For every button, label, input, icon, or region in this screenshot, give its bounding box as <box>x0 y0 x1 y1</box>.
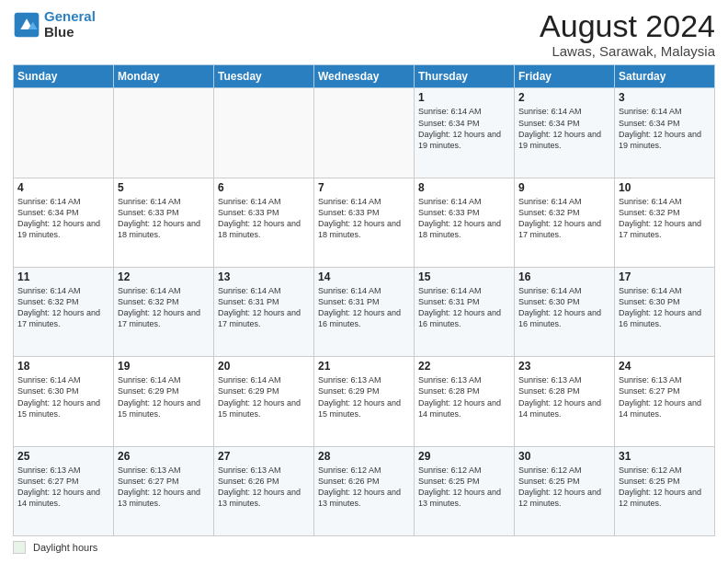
day-info: Sunrise: 6:14 AM Sunset: 6:34 PM Dayligh… <box>619 106 711 151</box>
daylight-box <box>13 541 26 554</box>
calendar-cell: 2Sunrise: 6:14 AM Sunset: 6:34 PM Daylig… <box>515 88 615 178</box>
logo-icon <box>13 11 40 39</box>
calendar-cell: 29Sunrise: 6:12 AM Sunset: 6:25 PM Dayli… <box>415 446 515 535</box>
day-info: Sunrise: 6:14 AM Sunset: 6:34 PM Dayligh… <box>518 106 610 151</box>
calendar-cell: 15Sunrise: 6:14 AM Sunset: 6:31 PM Dayli… <box>415 268 515 357</box>
day-number: 11 <box>17 270 109 283</box>
day-info: Sunrise: 6:13 AM Sunset: 6:27 PM Dayligh… <box>118 465 210 510</box>
day-number: 23 <box>518 360 610 373</box>
calendar-cell: 22Sunrise: 6:13 AM Sunset: 6:28 PM Dayli… <box>415 357 515 446</box>
daylight-label: Daylight hours <box>33 542 97 553</box>
calendar-week-row: 25Sunrise: 6:13 AM Sunset: 6:27 PM Dayli… <box>14 446 715 535</box>
day-number: 14 <box>318 270 410 283</box>
day-number: 20 <box>218 360 310 373</box>
day-info: Sunrise: 6:14 AM Sunset: 6:30 PM Dayligh… <box>619 285 711 330</box>
day-number: 2 <box>518 91 610 104</box>
day-info: Sunrise: 6:14 AM Sunset: 6:32 PM Dayligh… <box>17 285 109 330</box>
calendar-week-row: 4Sunrise: 6:14 AM Sunset: 6:34 PM Daylig… <box>14 178 715 267</box>
calendar-cell: 11Sunrise: 6:14 AM Sunset: 6:32 PM Dayli… <box>14 268 114 357</box>
footer: Daylight hours <box>13 541 715 554</box>
calendar-cell: 28Sunrise: 6:12 AM Sunset: 6:26 PM Dayli… <box>314 446 415 535</box>
calendar-cell: 6Sunrise: 6:14 AM Sunset: 6:33 PM Daylig… <box>214 178 314 267</box>
header: General Blue August 2024 Lawas, Sarawak,… <box>13 9 715 59</box>
day-number: 9 <box>518 181 610 194</box>
day-number: 26 <box>118 450 210 463</box>
calendar-cell: 3Sunrise: 6:14 AM Sunset: 6:34 PM Daylig… <box>615 88 715 178</box>
day-number: 1 <box>418 91 510 104</box>
calendar-cell: 26Sunrise: 6:13 AM Sunset: 6:27 PM Dayli… <box>114 446 214 535</box>
day-number: 6 <box>218 181 310 194</box>
day-number: 30 <box>518 450 610 463</box>
calendar-cell: 16Sunrise: 6:14 AM Sunset: 6:30 PM Dayli… <box>515 268 615 357</box>
day-number: 8 <box>418 181 510 194</box>
day-info: Sunrise: 6:14 AM Sunset: 6:32 PM Dayligh… <box>518 196 610 241</box>
day-number: 31 <box>619 450 711 463</box>
calendar-cell <box>14 88 114 178</box>
calendar-cell: 4Sunrise: 6:14 AM Sunset: 6:34 PM Daylig… <box>14 178 114 267</box>
day-number: 25 <box>17 450 109 463</box>
calendar-day-header: Monday <box>114 65 214 88</box>
day-info: Sunrise: 6:12 AM Sunset: 6:25 PM Dayligh… <box>619 465 711 510</box>
calendar-cell: 25Sunrise: 6:13 AM Sunset: 6:27 PM Dayli… <box>14 446 114 535</box>
calendar-cell: 7Sunrise: 6:14 AM Sunset: 6:33 PM Daylig… <box>314 178 415 267</box>
calendar-cell: 9Sunrise: 6:14 AM Sunset: 6:32 PM Daylig… <box>515 178 615 267</box>
calendar-cell: 24Sunrise: 6:13 AM Sunset: 6:27 PM Dayli… <box>615 357 715 446</box>
calendar-cell: 5Sunrise: 6:14 AM Sunset: 6:33 PM Daylig… <box>114 178 214 267</box>
day-number: 4 <box>17 181 109 194</box>
day-info: Sunrise: 6:14 AM Sunset: 6:33 PM Dayligh… <box>418 196 510 241</box>
calendar-day-header: Wednesday <box>314 65 415 88</box>
day-info: Sunrise: 6:14 AM Sunset: 6:31 PM Dayligh… <box>418 285 510 330</box>
day-info: Sunrise: 6:14 AM Sunset: 6:29 PM Dayligh… <box>218 374 310 419</box>
day-info: Sunrise: 6:14 AM Sunset: 6:32 PM Dayligh… <box>619 196 711 241</box>
day-number: 18 <box>17 360 109 373</box>
sub-title: Lawas, Sarawak, Malaysia <box>540 43 715 59</box>
day-info: Sunrise: 6:14 AM Sunset: 6:30 PM Dayligh… <box>17 374 109 419</box>
day-info: Sunrise: 6:14 AM Sunset: 6:33 PM Dayligh… <box>118 196 210 241</box>
day-info: Sunrise: 6:13 AM Sunset: 6:27 PM Dayligh… <box>619 374 711 419</box>
day-number: 5 <box>118 181 210 194</box>
calendar-cell: 21Sunrise: 6:13 AM Sunset: 6:29 PM Dayli… <box>314 357 415 446</box>
page: General Blue August 2024 Lawas, Sarawak,… <box>0 0 728 563</box>
day-info: Sunrise: 6:14 AM Sunset: 6:34 PM Dayligh… <box>17 196 109 241</box>
calendar-day-header: Friday <box>515 65 615 88</box>
calendar-day-header: Thursday <box>415 65 515 88</box>
day-number: 28 <box>318 450 410 463</box>
logo-line2: Blue <box>44 25 96 40</box>
calendar-cell: 20Sunrise: 6:14 AM Sunset: 6:29 PM Dayli… <box>214 357 314 446</box>
calendar-cell <box>114 88 214 178</box>
title-block: August 2024 Lawas, Sarawak, Malaysia <box>540 9 715 59</box>
day-info: Sunrise: 6:12 AM Sunset: 6:25 PM Dayligh… <box>418 465 510 510</box>
day-number: 7 <box>318 181 410 194</box>
calendar-day-header: Sunday <box>14 65 114 88</box>
day-info: Sunrise: 6:13 AM Sunset: 6:28 PM Dayligh… <box>518 374 610 419</box>
calendar-cell <box>214 88 314 178</box>
calendar-day-header: Saturday <box>615 65 715 88</box>
day-info: Sunrise: 6:14 AM Sunset: 6:31 PM Dayligh… <box>218 285 310 330</box>
calendar-header-row: SundayMondayTuesdayWednesdayThursdayFrid… <box>14 65 715 88</box>
day-info: Sunrise: 6:14 AM Sunset: 6:33 PM Dayligh… <box>318 196 410 241</box>
day-info: Sunrise: 6:14 AM Sunset: 6:31 PM Dayligh… <box>318 285 410 330</box>
calendar-week-row: 1Sunrise: 6:14 AM Sunset: 6:34 PM Daylig… <box>14 88 715 178</box>
day-info: Sunrise: 6:12 AM Sunset: 6:25 PM Dayligh… <box>518 465 610 510</box>
day-number: 27 <box>218 450 310 463</box>
calendar-day-header: Tuesday <box>214 65 314 88</box>
day-info: Sunrise: 6:13 AM Sunset: 6:29 PM Dayligh… <box>318 374 410 419</box>
calendar-cell: 13Sunrise: 6:14 AM Sunset: 6:31 PM Dayli… <box>214 268 314 357</box>
day-info: Sunrise: 6:13 AM Sunset: 6:26 PM Dayligh… <box>218 465 310 510</box>
day-info: Sunrise: 6:14 AM Sunset: 6:33 PM Dayligh… <box>218 196 310 241</box>
calendar-cell: 17Sunrise: 6:14 AM Sunset: 6:30 PM Dayli… <box>615 268 715 357</box>
day-number: 3 <box>619 91 711 104</box>
calendar-cell: 30Sunrise: 6:12 AM Sunset: 6:25 PM Dayli… <box>515 446 615 535</box>
calendar-cell: 19Sunrise: 6:14 AM Sunset: 6:29 PM Dayli… <box>114 357 214 446</box>
day-number: 16 <box>518 270 610 283</box>
day-number: 21 <box>318 360 410 373</box>
calendar-cell: 12Sunrise: 6:14 AM Sunset: 6:32 PM Dayli… <box>114 268 214 357</box>
day-number: 17 <box>619 270 711 283</box>
day-number: 19 <box>118 360 210 373</box>
day-number: 10 <box>619 181 711 194</box>
calendar-cell: 31Sunrise: 6:12 AM Sunset: 6:25 PM Dayli… <box>615 446 715 535</box>
day-number: 12 <box>118 270 210 283</box>
day-info: Sunrise: 6:14 AM Sunset: 6:32 PM Dayligh… <box>118 285 210 330</box>
day-info: Sunrise: 6:13 AM Sunset: 6:27 PM Dayligh… <box>17 465 109 510</box>
calendar-cell <box>314 88 415 178</box>
